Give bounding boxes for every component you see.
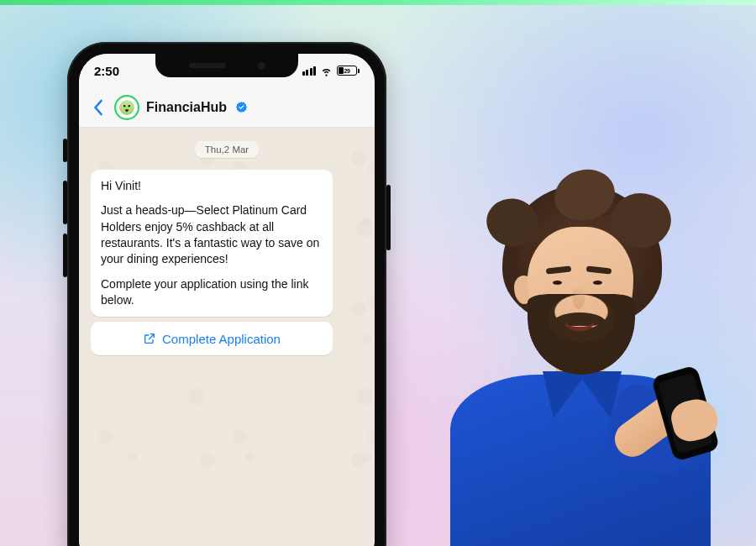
external-link-icon <box>143 332 156 345</box>
phone-side-button <box>63 234 67 277</box>
wifi-icon <box>320 65 333 77</box>
phone-side-button <box>63 181 67 224</box>
verified-badge-icon <box>235 101 248 113</box>
cta-label: Complete Application <box>162 332 281 346</box>
message-body: Just a heads-up—Select Platinum Card Hol… <box>101 202 323 267</box>
avatar-face-icon <box>119 100 134 115</box>
status-time: 2:50 <box>94 64 119 78</box>
complete-application-button[interactable]: Complete Application <box>91 322 333 355</box>
chat-body[interactable]: Thu,2 Mar Hi Vinit! Just a heads-up—Sele… <box>79 128 375 546</box>
message-closing: Complete your application using the link… <box>101 276 323 309</box>
battery-indicator: 29 <box>337 66 360 76</box>
cellular-signal-icon <box>302 66 317 76</box>
chevron-left-icon <box>92 99 103 116</box>
phone-side-button <box>63 139 67 162</box>
phone-side-button <box>386 185 391 250</box>
chat-header: FinanciaHub <box>79 87 375 128</box>
message-bubble: Hi Vinit! Just a heads-up—Select Platinu… <box>91 170 333 317</box>
date-chip: Thu,2 Mar <box>195 141 259 158</box>
back-button[interactable] <box>87 97 108 118</box>
phone-screen: 2:50 29 <box>79 54 375 546</box>
contact-avatar[interactable] <box>114 95 139 120</box>
status-indicators: 29 <box>302 65 360 77</box>
message-greeting: Hi Vinit! <box>101 178 323 194</box>
battery-percent: 29 <box>344 68 349 74</box>
contact-name[interactable]: FinanciaHub <box>146 100 227 115</box>
top-accent-bar <box>0 0 756 5</box>
phone-notch <box>155 54 298 77</box>
promo-stage: 2:50 29 <box>0 0 756 546</box>
person-illustration <box>420 160 722 546</box>
phone-frame: 2:50 29 <box>67 42 386 546</box>
